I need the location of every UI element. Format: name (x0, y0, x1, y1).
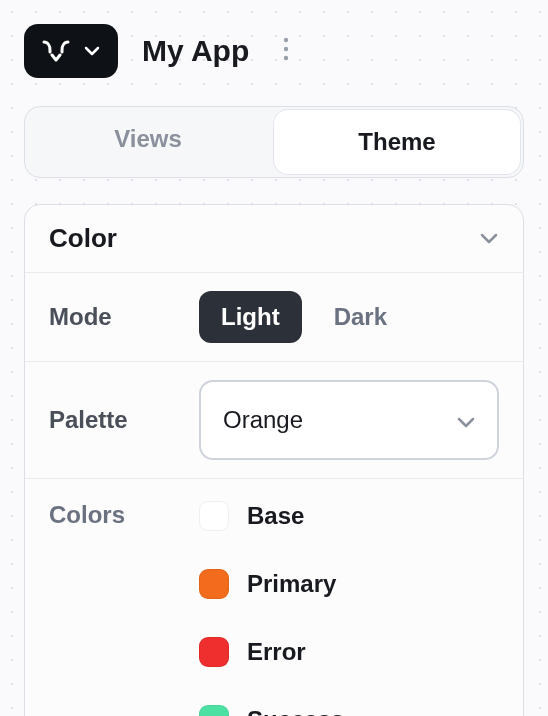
mode-toggle: Light Dark (199, 291, 409, 343)
tab-views[interactable]: Views (25, 107, 271, 177)
color-item-success[interactable]: Success (199, 705, 344, 716)
swatch-error (199, 637, 229, 667)
color-item-error[interactable]: Error (199, 637, 344, 667)
chevron-down-icon (84, 46, 100, 56)
svg-point-1 (284, 47, 288, 51)
swatch-success (199, 705, 229, 716)
more-menu-button[interactable] (277, 31, 295, 71)
vertical-dots-icon (283, 37, 289, 65)
color-name: Primary (247, 570, 336, 598)
swatch-primary (199, 569, 229, 599)
colors-label: Colors (49, 501, 199, 529)
color-name: Success (247, 706, 344, 716)
color-section-title: Color (49, 223, 117, 254)
tab-theme[interactable]: Theme (274, 110, 520, 174)
palette-select[interactable]: Orange (199, 380, 499, 460)
svg-point-0 (284, 38, 288, 42)
color-item-base[interactable]: Base (199, 501, 344, 531)
colors-list: Base Primary Error Success (199, 501, 344, 716)
svg-point-2 (284, 56, 288, 60)
palette-selected-value: Orange (223, 406, 303, 434)
mode-label: Mode (49, 303, 199, 331)
color-section-header[interactable]: Color (25, 205, 523, 273)
palette-row: Palette Orange (25, 362, 523, 479)
colors-row: Colors Base Primary Error Success (25, 479, 523, 716)
color-name: Base (247, 502, 304, 530)
mode-option-dark[interactable]: Dark (312, 291, 409, 343)
mode-row: Mode Light Dark (25, 273, 523, 362)
color-name: Error (247, 638, 306, 666)
chevron-down-icon (479, 230, 499, 248)
tabs: Views Theme (24, 106, 524, 178)
app-title: My App (142, 34, 249, 68)
app-logo-icon (42, 40, 70, 62)
swatch-base (199, 501, 229, 531)
mode-option-light[interactable]: Light (199, 291, 302, 343)
chevron-down-icon (457, 406, 475, 434)
color-panel: Color Mode Light Dark Palette Orange Col… (24, 204, 524, 716)
app-selector-button[interactable] (24, 24, 118, 78)
app-header: My App (24, 24, 524, 78)
palette-label: Palette (49, 406, 199, 434)
color-item-primary[interactable]: Primary (199, 569, 344, 599)
